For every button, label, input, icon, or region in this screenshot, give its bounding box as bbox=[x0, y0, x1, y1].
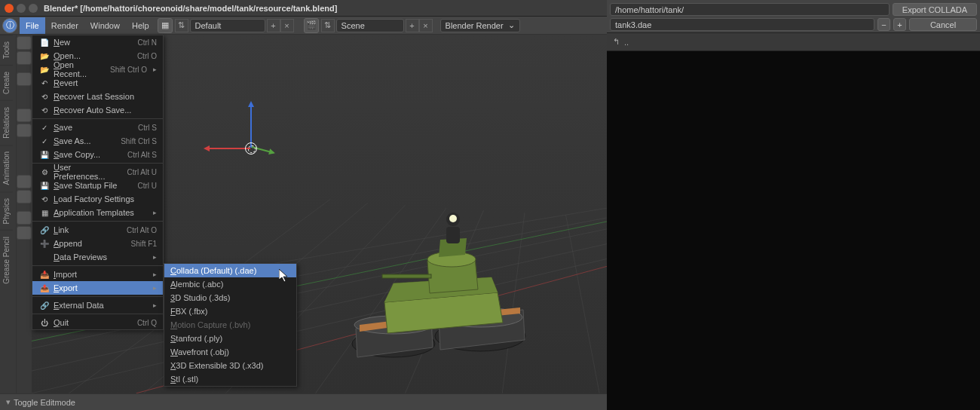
scene-browse-button[interactable]: ⇅ bbox=[321, 19, 335, 32]
menu-item-load-factory-settings[interactable]: ⟲Load Factory Settings bbox=[32, 192, 163, 206]
scene-select[interactable]: Scene bbox=[336, 19, 404, 32]
menu-item-label: Save As... bbox=[54, 136, 109, 145]
scene-remove-button[interactable]: × bbox=[419, 19, 433, 32]
increment-button[interactable]: + bbox=[893, 18, 906, 31]
menu-item-label: New bbox=[54, 38, 125, 47]
menu-item-icon: ✓ bbox=[38, 122, 51, 133]
shortcut-label: Shift Ctrl O bbox=[110, 66, 147, 74]
decrement-button[interactable]: − bbox=[877, 18, 890, 31]
scene-add-button[interactable]: + bbox=[406, 19, 419, 32]
export-item-stl-stl-[interactable]: Stl (.stl) bbox=[164, 372, 296, 386]
menu-item-icon: 📤 bbox=[38, 283, 51, 293]
tab-grease-pencil[interactable]: Grease Pencil bbox=[0, 230, 13, 290]
menu-item-label: Recover Last Session bbox=[54, 92, 157, 101]
menu-item-icon: 🔗 bbox=[38, 225, 51, 235]
export-filename-field[interactable]: tank3.dae bbox=[610, 18, 874, 31]
panel-button[interactable] bbox=[17, 211, 32, 225]
render-menu-button[interactable]: Render bbox=[45, 17, 84, 34]
window-menu-button[interactable]: Window bbox=[84, 17, 126, 34]
export-item-label: Stl (.stl) bbox=[170, 375, 290, 384]
menu-item-user-preferences-[interactable]: ⚙User Preferences...Ctrl Alt U bbox=[32, 165, 163, 179]
panel-button[interactable] bbox=[17, 72, 32, 86]
tab-create[interactable]: Create bbox=[0, 65, 13, 100]
file-menu-button[interactable]: File bbox=[20, 17, 45, 34]
menu-item-quit[interactable]: ⏻QuitCtrl Q bbox=[32, 316, 163, 329]
window-title: Blender* [/home/hattori/choreonoid/share… bbox=[44, 4, 337, 13]
menu-item-label: External Data bbox=[54, 301, 147, 310]
export-item-label: Wavefront (.obj) bbox=[170, 347, 290, 356]
layout-remove-button[interactable]: × bbox=[280, 19, 294, 32]
export-item-wavefront-obj-[interactable]: Wavefront (.obj) bbox=[164, 345, 296, 359]
menu-item-append[interactable]: ➕AppendShift F1 bbox=[32, 237, 163, 250]
export-item-alembic-abc-[interactable]: Alembic (.abc) bbox=[164, 277, 296, 291]
menu-item-import[interactable]: 📥Import▸ bbox=[32, 268, 163, 281]
menu-item-save[interactable]: ✓SaveCtrl S bbox=[32, 121, 163, 134]
info-icon[interactable]: ⓘ bbox=[2, 18, 17, 33]
panel-button[interactable] bbox=[17, 124, 32, 137]
cancel-button[interactable]: Cancel bbox=[909, 18, 977, 31]
tab-tools[interactable]: Tools bbox=[0, 35, 13, 65]
menu-item-revert[interactable]: ↶Revert bbox=[32, 76, 163, 90]
menu-item-icon: ↶ bbox=[38, 78, 51, 88]
export-path-field[interactable]: /home/hattori/tank/ bbox=[610, 3, 890, 16]
minimize-button[interactable] bbox=[17, 4, 26, 13]
menu-item-icon bbox=[38, 252, 51, 262]
menu-item-external-data[interactable]: 🔗External Data▸ bbox=[32, 298, 163, 312]
menu-item-save-as-[interactable]: ✓Save As...Shift Ctrl S bbox=[32, 134, 163, 148]
menu-item-application-templates[interactable]: ▦Application Templates▸ bbox=[32, 206, 163, 219]
panel-button[interactable] bbox=[17, 190, 32, 203]
panel-button[interactable] bbox=[17, 226, 32, 240]
menu-item-recover-last-session[interactable]: ⟲Recover Last Session bbox=[32, 90, 163, 103]
export-item-x3d-extensible-3d-x3d-[interactable]: X3D Extensible 3D (.x3d) bbox=[164, 359, 296, 372]
menu-item-icon: ➕ bbox=[38, 238, 51, 249]
menu-item-save-startup-file[interactable]: 💾Save Startup FileCtrl U bbox=[32, 179, 163, 192]
render-engine-select[interactable]: Blender Render⌄ bbox=[440, 19, 520, 32]
close-button[interactable] bbox=[5, 4, 14, 13]
panel-button[interactable] bbox=[17, 109, 32, 122]
tab-relations[interactable]: Relations bbox=[0, 100, 13, 145]
panel-button[interactable] bbox=[17, 175, 32, 188]
menu-item-link[interactable]: 🔗LinkCtrl Alt O bbox=[32, 223, 163, 237]
menu-item-label: Save Copy... bbox=[54, 150, 115, 159]
menu-item-label: Save bbox=[54, 123, 126, 132]
tab-animation[interactable]: Animation bbox=[0, 145, 13, 191]
export-item-collada-default-dae-[interactable]: Collada (Default) (.dae) bbox=[164, 264, 296, 277]
export-item-3d-studio-3ds-[interactable]: 3D Studio (.3ds) bbox=[164, 291, 296, 304]
help-menu-button[interactable]: Help bbox=[126, 17, 155, 34]
menu-item-data-previews[interactable]: Data Previews▸ bbox=[32, 250, 163, 264]
menu-item-label: Revert bbox=[54, 78, 157, 87]
export-header: /home/hattori/tank/ Export COLLADA tank3… bbox=[607, 0, 980, 33]
svg-line-11 bbox=[566, 215, 600, 393]
export-file-browser: /home/hattori/tank/ Export COLLADA tank3… bbox=[607, 0, 980, 410]
menu-item-recover-auto-save-[interactable]: ⟲Recover Auto Save... bbox=[32, 103, 163, 117]
export-item-stanford-ply-[interactable]: Stanford (.ply) bbox=[164, 332, 296, 345]
3d-cursor-gizmo bbox=[205, 102, 296, 193]
tank-mesh[interactable] bbox=[348, 193, 529, 374]
shortcut-label: Ctrl S bbox=[138, 124, 157, 132]
menu-item-label: Save Startup File bbox=[54, 181, 125, 190]
screen-layout-icon[interactable]: ▦ bbox=[158, 18, 173, 33]
menu-item-label: Append bbox=[54, 239, 119, 248]
scene-icon[interactable]: 🎬 bbox=[304, 18, 319, 33]
submenu-arrow-icon: ▸ bbox=[153, 271, 157, 278]
menu-item-icon: ⟲ bbox=[38, 194, 51, 204]
tab-physics[interactable]: Physics bbox=[0, 191, 13, 230]
menu-item-label: Import bbox=[54, 270, 147, 279]
export-collada-button[interactable]: Export COLLADA bbox=[893, 3, 977, 16]
menu-item-save-copy-[interactable]: 💾Save Copy...Ctrl Alt S bbox=[32, 148, 163, 161]
shortcut-label: Ctrl O bbox=[137, 52, 157, 60]
menu-item-icon: 🔗 bbox=[38, 300, 51, 311]
file-nav-parent[interactable]: ↰ .. bbox=[607, 33, 980, 51]
menu-item-export[interactable]: 📤Export▸ bbox=[32, 281, 163, 295]
panel-button[interactable] bbox=[17, 36, 32, 50]
menu-item-new[interactable]: 📄NewCtrl N bbox=[32, 35, 163, 49]
menu-item-open-recent-[interactable]: 📂Open Recent...Shift Ctrl O▸ bbox=[32, 63, 163, 76]
panel-button[interactable] bbox=[17, 51, 32, 65]
layout-browse-button[interactable]: ⇅ bbox=[175, 19, 188, 32]
export-item-fbx-fbx-[interactable]: FBX (.fbx) bbox=[164, 304, 296, 318]
disclosure-triangle-icon[interactable]: ▾ bbox=[6, 397, 11, 407]
menu-item-icon: ⟲ bbox=[38, 91, 51, 102]
maximize-button[interactable] bbox=[29, 4, 38, 13]
layout-select[interactable]: Default bbox=[190, 19, 265, 32]
layout-add-button[interactable]: + bbox=[267, 19, 280, 32]
